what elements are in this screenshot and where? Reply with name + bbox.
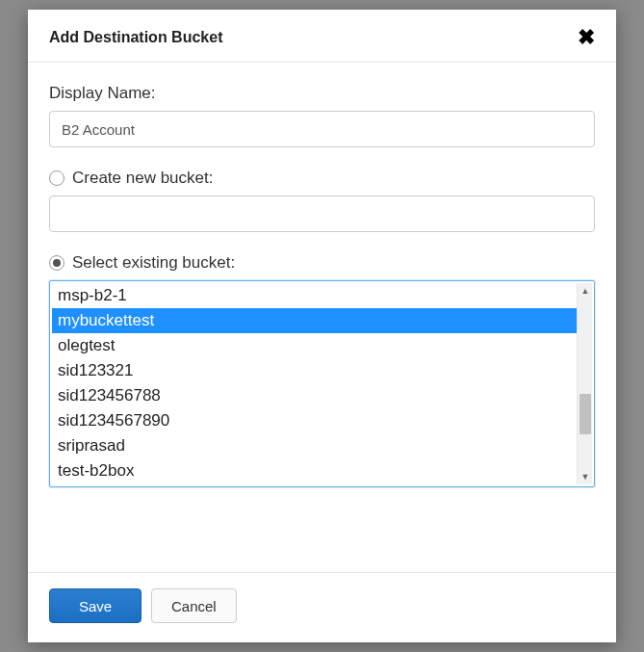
create-bucket-input[interactable] bbox=[49, 196, 595, 232]
modal-body: Display Name: Create new bucket: Select … bbox=[28, 63, 616, 505]
create-bucket-option[interactable]: Create new bucket: bbox=[49, 169, 595, 188]
display-name-label: Display Name: bbox=[49, 84, 595, 103]
display-name-input[interactable] bbox=[49, 111, 595, 147]
select-bucket-label: Select existing bucket: bbox=[72, 253, 235, 273]
cancel-button[interactable]: Cancel bbox=[151, 588, 237, 623]
select-bucket-option[interactable]: Select existing bucket: bbox=[49, 253, 595, 273]
select-bucket-group: Select existing bucket: msp-b2-1mybucket… bbox=[49, 253, 595, 487]
select-bucket-radio[interactable] bbox=[49, 255, 64, 271]
display-name-group: Display Name: bbox=[49, 84, 595, 147]
list-item[interactable]: msp-b2-1 bbox=[52, 283, 577, 308]
scroll-down-icon[interactable]: ▼ bbox=[578, 469, 593, 484]
bucket-listbox-viewport: msp-b2-1mybuckettestolegtestsid123321sid… bbox=[52, 283, 577, 484]
create-bucket-group: Create new bucket: bbox=[49, 169, 595, 232]
bucket-listbox[interactable]: msp-b2-1mybuckettestolegtestsid123321sid… bbox=[49, 280, 595, 487]
list-item[interactable]: test-b2box bbox=[52, 458, 577, 483]
list-item[interactable]: sid1234567890 bbox=[52, 408, 577, 433]
list-item[interactable]: sriprasad bbox=[52, 433, 577, 458]
scrollbar[interactable]: ▲ ▼ bbox=[577, 283, 592, 484]
modal-footer: Save Cancel bbox=[28, 572, 616, 642]
add-destination-bucket-modal: Add Destination Bucket ✖ Display Name: C… bbox=[28, 10, 616, 642]
create-bucket-radio[interactable] bbox=[49, 170, 64, 186]
scroll-up-icon[interactable]: ▲ bbox=[578, 283, 593, 299]
list-item[interactable]: olegtest bbox=[52, 333, 577, 358]
save-button[interactable]: Save bbox=[49, 588, 142, 623]
list-item[interactable]: sid123321 bbox=[52, 358, 577, 383]
modal-header: Add Destination Bucket ✖ bbox=[28, 10, 616, 63]
scrollbar-thumb[interactable] bbox=[580, 394, 591, 434]
list-item[interactable]: sid123456788 bbox=[52, 383, 577, 408]
create-bucket-label: Create new bucket: bbox=[72, 169, 213, 188]
list-item[interactable]: mybuckettest bbox=[52, 308, 577, 333]
modal-title: Add Destination Bucket bbox=[49, 29, 222, 46]
close-icon[interactable]: ✖ bbox=[578, 27, 595, 48]
